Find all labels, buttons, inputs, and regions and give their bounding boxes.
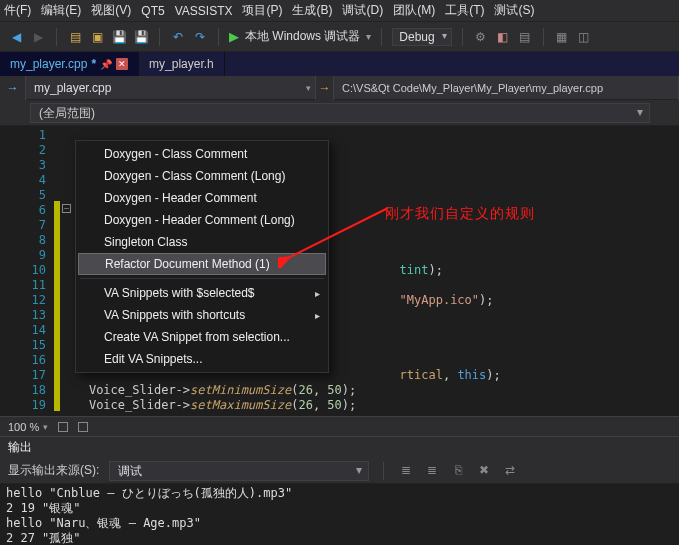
tb-icon-5[interactable]: ◫ [576, 29, 592, 45]
dirty-indicator: * [91, 57, 96, 71]
nav-back-icon[interactable]: ◀ [8, 29, 24, 45]
save-all-icon[interactable]: 💾 [133, 29, 149, 45]
run-drop-icon[interactable]: ▾ [366, 31, 371, 42]
tb-icon-2[interactable]: ◧ [495, 29, 511, 45]
separator [218, 28, 219, 46]
menu-separator [80, 278, 324, 279]
fold-icon[interactable]: − [62, 204, 71, 213]
line-gutter: 1234 5678 9101112 13141516 171819 [4, 126, 54, 416]
run-icon[interactable]: ▶ [229, 29, 239, 44]
main-toolbar: ◀ ▶ ▤ ▣ 💾 💾 ↶ ↷ ▶ 本地 Windows 调试器 ▾ Debug… [0, 22, 679, 52]
open-icon[interactable]: ▣ [89, 29, 105, 45]
nav-bar: → my_player.cpp ▾ → C:\VS&Qt Code\My_Pla… [0, 76, 679, 100]
menu-test[interactable]: 测试(S) [494, 2, 534, 19]
menu-doxygen-class-long[interactable]: Doxygen - Class Comment (Long) [76, 165, 328, 187]
menu-file[interactable]: 件(F) [4, 2, 31, 19]
output-icon-5[interactable]: ⇄ [502, 463, 518, 479]
tb-icon-4[interactable]: ▦ [554, 29, 570, 45]
config-combo[interactable]: Debug [392, 28, 451, 46]
code-line: Voice_Slider->setMinimumSize(26, 50); [60, 383, 679, 398]
save-icon[interactable]: 💾 [111, 29, 127, 45]
tab-label: my_player.h [149, 57, 214, 71]
output-icon-2[interactable]: ≣ [424, 463, 440, 479]
menu-edit[interactable]: 编辑(E) [41, 2, 81, 19]
output-toolbar: 显示输出来源(S): 调试 ≣ ≣ ⎘ ✖ ⇄ [0, 458, 679, 484]
menu-view[interactable]: 视图(V) [91, 2, 131, 19]
code-line: Voice_Slider->setMaximumSize(26, 50); [60, 398, 679, 413]
menu-create-va-snippet[interactable]: Create VA Snippet from selection... [76, 326, 328, 348]
nav-path[interactable]: C:\VS&Qt Code\My_Player\My_Player\my_pla… [334, 76, 679, 100]
menu-edit-va-snippets[interactable]: Edit VA Snippets... [76, 348, 328, 370]
menu-build[interactable]: 生成(B) [292, 2, 332, 19]
tb-icon-3[interactable]: ▤ [517, 29, 533, 45]
tab-label: my_player.cpp [10, 57, 87, 71]
chevron-down-icon: ▾ [306, 83, 311, 93]
output-icon-3[interactable]: ⎘ [450, 463, 466, 479]
separator [383, 462, 384, 480]
zoom-bar: 100 % ▾ [0, 416, 679, 436]
menu-tools[interactable]: 工具(T) [445, 2, 484, 19]
output-clear-icon[interactable]: ✖ [476, 463, 492, 479]
annotation-arrow [278, 198, 398, 268]
chevron-down-icon[interactable]: ▾ [43, 422, 48, 432]
redo-icon[interactable]: ↷ [192, 29, 208, 45]
pin-icon[interactable]: 📌 [100, 59, 112, 70]
menu-va-snippets-selected[interactable]: VA Snippets with $selected$ [76, 282, 328, 304]
tb-icon-1[interactable]: ⚙ [473, 29, 489, 45]
annotation-text: 刚才我们自定义的规则 [385, 205, 535, 223]
file-tab-bar: my_player.cpp* 📌 ✕ my_player.h [0, 52, 679, 76]
status-box-1[interactable] [58, 422, 68, 432]
menu-debug[interactable]: 调试(D) [342, 2, 383, 19]
scope-bar: (全局范围) [0, 100, 679, 126]
nav-file-combo[interactable]: my_player.cpp ▾ [26, 76, 316, 100]
nav-file-label: my_player.cpp [34, 81, 111, 95]
separator [543, 28, 544, 46]
menu-qt5[interactable]: QT5 [141, 4, 164, 18]
output-icon-1[interactable]: ≣ [398, 463, 414, 479]
separator [56, 28, 57, 46]
nav-arrow-left[interactable]: → [0, 76, 26, 100]
zoom-value[interactable]: 100 % [8, 421, 39, 433]
run-label[interactable]: 本地 Windows 调试器 [245, 28, 360, 45]
separator [462, 28, 463, 46]
svg-line-0 [288, 208, 388, 258]
menu-vassist[interactable]: VASSISTX [175, 4, 233, 18]
separator [159, 28, 160, 46]
tab-my-player-cpp[interactable]: my_player.cpp* 📌 ✕ [0, 52, 139, 76]
status-box-2[interactable] [78, 422, 88, 432]
menu-doxygen-class[interactable]: Doxygen - Class Comment [76, 143, 328, 165]
menu-team[interactable]: 团队(M) [393, 2, 435, 19]
menu-bar: 件(F) 编辑(E) 视图(V) QT5 VASSISTX 项目(P) 生成(B… [0, 0, 679, 22]
output-source-label: 显示输出来源(S): [8, 462, 99, 479]
nav-path-text: C:\VS&Qt Code\My_Player\My_Player\my_pla… [342, 82, 603, 94]
output-body[interactable]: hello "Cnblue — ひとりぼっち(孤独的人).mp3" 2 19 "… [0, 484, 679, 545]
nav-fwd-icon[interactable]: ▶ [30, 29, 46, 45]
close-icon[interactable]: ✕ [116, 58, 128, 70]
separator [381, 28, 382, 46]
menu-project[interactable]: 项目(P) [242, 2, 282, 19]
scope-combo[interactable]: (全局范围) [30, 103, 650, 123]
tab-my-player-h[interactable]: my_player.h [139, 52, 225, 76]
output-source-combo[interactable]: 调试 [109, 461, 369, 481]
output-title: 输出 [0, 436, 679, 458]
undo-icon[interactable]: ↶ [170, 29, 186, 45]
new-icon[interactable]: ▤ [67, 29, 83, 45]
nav-path-arrow: → [316, 76, 334, 100]
menu-va-snippets-shortcuts[interactable]: VA Snippets with shortcuts [76, 304, 328, 326]
